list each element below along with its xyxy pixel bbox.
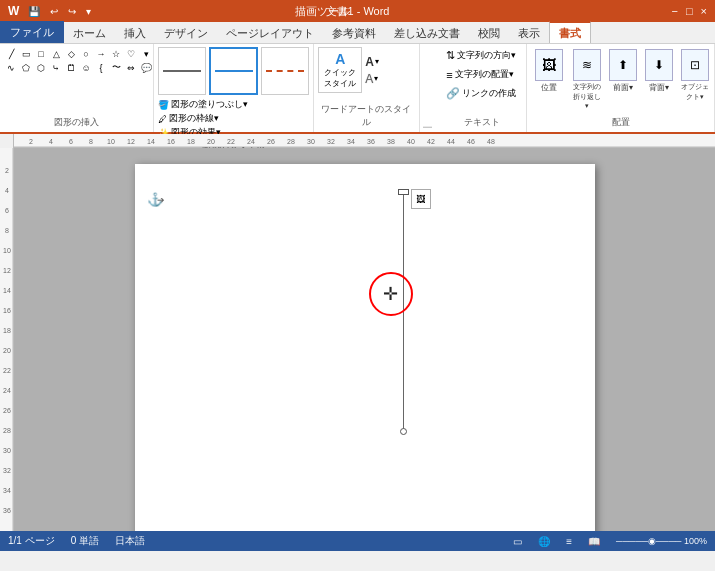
shape-diamond[interactable]: ◇ <box>64 47 78 60</box>
wrap-text-btn[interactable]: ≋ 文字列の 折り返し▾ <box>571 47 603 112</box>
link-icon: 🔗 <box>446 87 460 100</box>
object-align-btn[interactable]: ⊡ オブジェ クト▾ <box>679 47 711 112</box>
view-web[interactable]: 🌐 <box>538 536 550 547</box>
wordart-quick-style-btn[interactable]: A クイック スタイル <box>318 47 362 93</box>
minimize-btn[interactable]: − <box>671 5 677 17</box>
group-insert-shapes: ╱ ▭ □ △ ◇ ○ → ☆ ♡ ▾ ∿ ⬠ ⬡ ⤷ 🗒 ☺ { 〜 ⇔ 💬 … <box>0 44 154 132</box>
shape-rect[interactable]: ▭ <box>19 47 33 60</box>
shape-grid: ╱ ▭ □ △ ◇ ○ → ☆ ♡ ▾ ∿ ⬠ ⬡ ⤷ 🗒 ☺ { 〜 ⇔ 💬 <box>4 47 149 74</box>
tab-view[interactable]: 表示 <box>509 23 549 43</box>
text-align-icon: ≡ <box>446 69 452 81</box>
svg-text:20: 20 <box>3 347 11 354</box>
svg-text:32: 32 <box>3 467 11 474</box>
text-align-btn[interactable]: ≡ 文字列の配置▾ <box>443 66 520 83</box>
zoom-slider[interactable]: ─────◉──── 100% <box>616 536 707 546</box>
svg-text:30: 30 <box>307 138 315 145</box>
svg-text:32: 32 <box>327 138 335 145</box>
svg-text:8: 8 <box>5 227 9 234</box>
group-text: ⇅ 文字列の方向▾ ≡ 文字列の配置▾ 🔗 リンクの作成 テキスト <box>437 44 527 132</box>
maximize-btn[interactable]: □ <box>686 5 693 17</box>
group-placement-label: 配置 <box>531 116 710 132</box>
view-normal[interactable]: ▭ <box>513 536 522 547</box>
tab-design[interactable]: デザイン <box>155 23 217 43</box>
view-read[interactable]: 📖 <box>588 536 600 547</box>
tab-format[interactable]: 書式 <box>549 21 591 43</box>
shape-curved[interactable]: ∿ <box>4 61 18 74</box>
ruler-vertical: 2 4 6 8 10 12 14 16 18 20 22 24 26 28 30… <box>0 148 14 531</box>
undo-qa-btn[interactable]: ↩ <box>47 5 61 18</box>
save-qa-btn[interactable]: 💾 <box>25 5 43 18</box>
style-line-2[interactable] <box>209 47 258 95</box>
tab-references[interactable]: 参考資料 <box>323 23 385 43</box>
bring-front-btn[interactable]: ⬆ 前面▾ <box>607 47 639 112</box>
shape-star[interactable]: ☆ <box>109 47 123 60</box>
svg-text:14: 14 <box>3 287 11 294</box>
wordart-text-fill-btn[interactable]: A ▾ <box>365 55 379 69</box>
svg-text:36: 36 <box>3 507 11 514</box>
document-page[interactable]: ⚓ ➔ 🖼 ✛ <box>135 164 595 531</box>
svg-text:18: 18 <box>3 327 11 334</box>
position-btn[interactable]: 🖼 位置 <box>531 47 567 112</box>
shape-bracket[interactable]: { <box>94 61 108 74</box>
word-logo: W <box>8 4 19 18</box>
svg-text:12: 12 <box>127 138 135 145</box>
shape-fill-btn[interactable]: 🪣 図形の塗りつぶし▾ <box>158 98 310 111</box>
back-icon: ⬇ <box>645 49 673 81</box>
align-icon: ⊡ <box>681 49 709 81</box>
style-line-3[interactable] <box>261 47 310 95</box>
shape-note[interactable]: 🗒 <box>64 61 78 74</box>
shape-smiley[interactable]: ☺ <box>79 61 93 74</box>
shape-tri[interactable]: △ <box>49 47 63 60</box>
tab-insert[interactable]: 挿入 <box>115 23 155 43</box>
redo-qa-btn[interactable]: ↪ <box>65 5 79 18</box>
shape-line[interactable]: ╱ <box>4 47 18 60</box>
tab-file[interactable]: ファイル <box>0 21 64 43</box>
text-direction-btn[interactable]: ⇅ 文字列の方向▾ <box>443 47 520 64</box>
move-cursor-icon[interactable]: ✛ <box>383 283 398 305</box>
send-back-btn[interactable]: ⬇ 背面▾ <box>643 47 675 112</box>
ribbon: ╱ ▭ □ △ ◇ ○ → ☆ ♡ ▾ ∿ ⬠ ⬡ ⤷ 🗒 ☺ { 〜 ⇔ 💬 … <box>0 44 715 134</box>
shape-dbl-arrow[interactable]: ⇔ <box>124 61 138 74</box>
line-top-handle[interactable] <box>398 189 409 195</box>
view-outline[interactable]: ≡ <box>566 536 572 547</box>
shape-wave[interactable]: 〜 <box>109 61 123 74</box>
svg-text:2: 2 <box>5 167 9 174</box>
svg-text:16: 16 <box>167 138 175 145</box>
close-btn[interactable]: × <box>701 5 707 17</box>
quick-access-toolbar: 💾 ↩ ↪ ▾ <box>25 5 94 18</box>
wordart-text-outline-btn[interactable]: A ▾ <box>365 72 379 86</box>
svg-text:36: 36 <box>367 138 375 145</box>
style-line-1[interactable] <box>158 47 207 95</box>
shape-heart[interactable]: ♡ <box>124 47 138 60</box>
tab-mailings[interactable]: 差し込み文書 <box>385 23 469 43</box>
tab-review[interactable]: 校閲 <box>469 23 509 43</box>
svg-rect-0 <box>14 134 715 147</box>
window-controls: − □ × <box>671 5 707 17</box>
svg-text:42: 42 <box>427 138 435 145</box>
shape-rect2[interactable]: □ <box>34 47 48 60</box>
shape-callout[interactable]: 💬 <box>139 61 153 74</box>
svg-text:44: 44 <box>447 138 455 145</box>
page-canvas: ⚓ ➔ 🖼 ✛ <box>14 148 715 531</box>
tab-page-layout[interactable]: ページレイアウト <box>217 23 323 43</box>
shape-more[interactable]: ▾ <box>139 47 153 60</box>
group-wordart-label: ワードアートのスタイル <box>318 103 414 132</box>
customize-qa-btn[interactable]: ▾ <box>83 5 94 18</box>
style-lines-area <box>158 47 310 95</box>
tab-home[interactable]: ホーム <box>64 23 115 43</box>
shape-arrow[interactable]: → <box>94 47 108 60</box>
text-link-btn[interactable]: 🔗 リンクの作成 <box>443 85 520 102</box>
svg-text:38: 38 <box>387 138 395 145</box>
svg-text:6: 6 <box>69 138 73 145</box>
shape-penta[interactable]: ⬠ <box>19 61 33 74</box>
shape-circle[interactable]: ○ <box>79 47 93 60</box>
line-bottom-handle[interactable] <box>400 428 407 435</box>
shape-hex[interactable]: ⬡ <box>34 61 48 74</box>
shape-bend[interactable]: ⤷ <box>49 61 63 74</box>
shape-outline-btn[interactable]: 🖊 図形の枠線▾ <box>158 112 310 125</box>
group-shape-style: 🪣 図形の塗りつぶし▾ 🖊 図形の枠線▾ ✨ 図形の効果▾ 図形のスタイル <box>154 44 315 132</box>
group-text-label: テキスト <box>443 116 520 132</box>
svg-text:28: 28 <box>3 427 11 434</box>
svg-text:6: 6 <box>5 207 9 214</box>
layout-options-icon[interactable]: 🖼 <box>411 189 431 209</box>
